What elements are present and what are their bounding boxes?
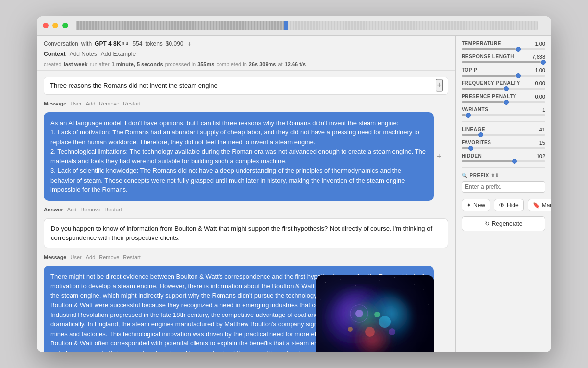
titlebar [37,16,551,36]
presence-penalty-header: PRESENCE PENALTY 0.00 [462,94,545,100]
prefix-row: 🔍 PREFIX ⬆⬇ [462,173,545,178]
favorites-fill [462,147,468,149]
response-length-value: 7,638 [532,54,545,60]
message-restart-2[interactable]: Restart [123,254,140,260]
temperature-slider[interactable] [462,48,545,50]
chat-area[interactable]: Three reasons the Romans did not invent … [37,71,455,352]
message-add-2[interactable]: Add [86,254,96,260]
svg-point-3 [355,285,355,285]
svg-point-8 [321,299,321,300]
svg-point-6 [414,284,415,284]
model-selector[interactable]: GPT 4 8K ⬆⬇ [95,40,129,47]
mark-label: Mark [542,202,551,209]
orb-svg [316,275,434,352]
regenerate-icon: ↻ [485,220,490,227]
message-restart-1[interactable]: Restart [123,101,140,106]
add-token-button[interactable]: + [187,40,193,48]
variants-header: VARIANTS 1 [462,107,545,113]
hidden-label: HIDDEN [462,153,482,158]
main-content: Conversation with GPT 4 8K ⬆⬇ 554 tokens… [37,36,551,352]
minimize-button[interactable] [52,23,58,28]
left-panel: Conversation with GPT 4 8K ⬆⬇ 554 tokens… [37,36,456,352]
message-remove-1[interactable]: Remove [99,101,119,106]
temperature-label: TEMPERATURE [462,41,501,46]
completed-label: completed in [216,61,246,67]
temperature-thumb[interactable] [516,47,521,52]
prefix-label: PREFIX [470,173,489,178]
ai-response-1-add-button[interactable]: + [429,144,448,169]
mark-button[interactable]: 🔖 Mark [528,199,551,211]
regenerate-button[interactable]: ↻ Regenerate [462,216,545,231]
lineage-header: LINEAGE 41 [462,127,545,132]
frequency-penalty-thumb[interactable] [504,86,509,91]
tokens-label: tokens [145,40,162,47]
favorites-label: FAVORITES [462,140,491,145]
app-window: Conversation with GPT 4 8K ⬆⬇ 554 tokens… [37,16,551,352]
variants-slider[interactable] [462,114,545,116]
svg-point-17 [365,327,375,337]
cost-display: $0.090 [166,40,184,47]
svg-point-5 [394,277,394,278]
lineage-value: 41 [539,127,545,132]
add-notes-link[interactable]: Add Notes [70,51,97,57]
divider-2 [462,167,545,168]
new-button[interactable]: ✦ New [462,199,490,211]
presence-penalty-label: PRESENCE PENALTY [462,94,516,99]
answer-restart[interactable]: Restart [104,207,122,212]
answer-remove[interactable]: Remove [80,207,100,212]
add-example-link[interactable]: Add Example [101,51,136,57]
presence-penalty-slider[interactable] [462,101,545,103]
processed-label: processed in [165,61,196,67]
prompt-add-button[interactable]: + [436,79,443,92]
top-p-fill [462,75,516,77]
hidden-slider[interactable] [462,160,545,162]
favorites-slider[interactable] [462,147,545,149]
new-icon: ✦ [466,202,471,209]
top-p-label: TOP P [462,67,477,73]
response-length-thumb[interactable] [541,60,546,65]
top-p-thumb[interactable] [516,73,521,78]
message-role-1: User [70,101,81,106]
lineage-thumb[interactable] [478,132,483,137]
hidden-thumb[interactable] [512,159,517,164]
hide-button[interactable]: 👁 Hide [494,199,524,211]
response-length-header: RESPONSE LENGTH 7,638 [462,54,545,60]
temperature-header: TEMPERATURE 1.00 [462,41,545,47]
conversation-label: Conversation [44,40,78,47]
lineage-label: LINEAGE [462,127,485,132]
traffic-lights [43,23,68,28]
bookmark-icon: 🔖 [533,202,540,209]
message-add-1[interactable]: Add [86,101,96,106]
svg-point-7 [423,289,424,290]
rate-value: 12.66 t/s [285,61,306,67]
message-tag-2: Message [44,254,66,260]
run-after-time: 1 minute, 5 seconds [112,61,163,67]
meta-bar: created last week run after 1 minute, 5 … [37,60,455,71]
user-text-2: Do you happen to know of information fro… [51,225,432,242]
variants-thumb[interactable] [466,113,471,118]
message-label-1: Message User Add Remove Restart [44,100,448,107]
fullscreen-button[interactable] [62,23,68,28]
presence-penalty-thumb[interactable] [504,100,509,105]
lineage-slider[interactable] [462,134,545,136]
answer-add[interactable]: Add [67,207,77,212]
prefix-input[interactable] [462,181,545,193]
response-length-fill [462,61,541,63]
message-remove-2[interactable]: Remove [99,254,119,260]
search-icon: 🔍 [462,173,468,178]
top-p-slider[interactable] [462,75,545,77]
ai-text-1: As an AI language model, I don't have op… [50,119,426,194]
temperature-param: TEMPERATURE 1.00 [462,41,545,50]
frequency-penalty-label: FREQUENCY PENALTY [462,80,520,86]
close-button[interactable] [43,23,49,28]
response-length-slider[interactable] [462,61,545,63]
frequency-penalty-slider[interactable] [462,88,545,90]
presence-penalty-fill [462,101,504,103]
favorites-param: FAVORITES 15 [462,140,545,149]
context-bar: Context Add Notes Add Example [37,50,455,60]
chevron-icon: ⬆⬇ [122,41,129,46]
lineage-fill [462,134,478,136]
eye-icon: 👁 [499,202,505,209]
favorites-thumb[interactable] [468,146,473,151]
variants-fill [462,114,466,116]
